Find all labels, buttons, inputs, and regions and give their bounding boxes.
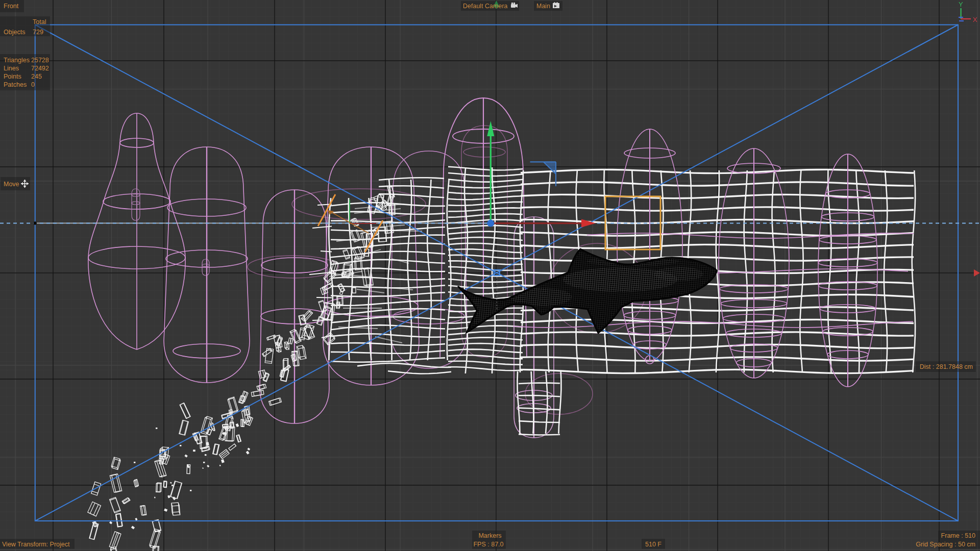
svg-text:0: 0 bbox=[31, 81, 35, 88]
svg-text:25728: 25728 bbox=[31, 57, 49, 64]
svg-text:View Transform: Project: View Transform: Project bbox=[2, 541, 70, 548]
svg-text:Dist : 281.7848 cm: Dist : 281.7848 cm bbox=[920, 363, 973, 370]
svg-text:Triangles: Triangles bbox=[4, 57, 30, 64]
svg-text:Points: Points bbox=[4, 73, 21, 80]
svg-text:Y: Y bbox=[959, 1, 963, 8]
svg-text:Move: Move bbox=[4, 181, 19, 188]
svg-text:X: X bbox=[973, 16, 977, 23]
svg-text:FPS : 87.0: FPS : 87.0 bbox=[473, 541, 503, 548]
svg-text:Default Camera: Default Camera bbox=[463, 3, 508, 10]
svg-text:Markers: Markers bbox=[478, 532, 501, 539]
svg-text:72492: 72492 bbox=[31, 65, 49, 72]
svg-text:Patches: Patches bbox=[4, 81, 27, 88]
svg-text:Frame : 510: Frame : 510 bbox=[941, 532, 975, 539]
svg-text:Main: Main bbox=[536, 3, 550, 10]
svg-text:510 F: 510 F bbox=[645, 541, 662, 548]
svg-text:Total: Total bbox=[33, 18, 46, 26]
svg-text:Objects: Objects bbox=[4, 29, 25, 36]
svg-text:729: 729 bbox=[33, 29, 43, 36]
svg-text:245: 245 bbox=[31, 73, 42, 80]
svg-text:Lines: Lines bbox=[4, 65, 19, 72]
svg-text:Grid Spacing : 50 cm: Grid Spacing : 50 cm bbox=[916, 541, 975, 548]
svg-text:Front: Front bbox=[4, 3, 19, 10]
